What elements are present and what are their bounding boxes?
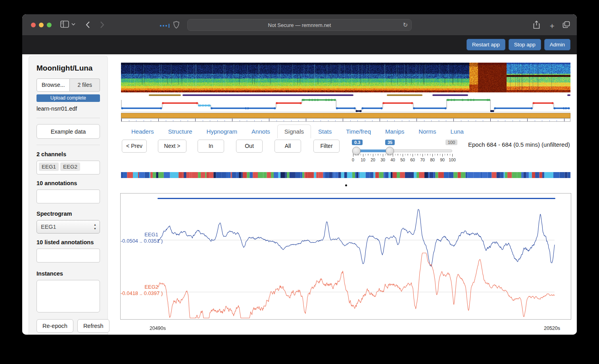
file-upload-control: Browse... 2 files — [36, 79, 100, 92]
tab-bar: Headers Structure Hypnogram Annots Signa… — [124, 125, 471, 138]
slider-high-value: 35 — [385, 140, 395, 145]
hypnogram-track-canvas[interactable] — [121, 98, 570, 113]
example-data-button[interactable]: Example data — [36, 124, 100, 139]
tab-hypnogram[interactable]: Hypnogram — [200, 125, 245, 138]
tab-structure[interactable]: Structure — [161, 125, 200, 138]
channels-select[interactable]: EEG1EEG2 — [36, 161, 100, 174]
tab-manips[interactable]: Manips — [378, 125, 411, 138]
eeg1-trace-label: EEG1 -0.0504 .. 0.0351 ) — [121, 232, 158, 244]
slider-tick-label: 50 — [400, 157, 405, 162]
sidebar-toggle-icon[interactable] — [60, 21, 69, 28]
show-all-button[interactable]: All — [275, 140, 301, 153]
slider-fill — [356, 149, 390, 152]
time-end-label: 20520s — [544, 326, 560, 331]
slider-max-value: 100 — [445, 140, 457, 145]
channels-label: 2 channels — [36, 151, 100, 157]
divider — [36, 118, 100, 118]
mask-band[interactable] — [121, 113, 570, 118]
forward-button[interactable] — [100, 21, 104, 29]
listed-annotations-select[interactable] — [36, 249, 100, 262]
stop-app-button[interactable]: Stop app — [509, 39, 541, 50]
channel-pill-eeg2[interactable]: EEG2 — [60, 163, 80, 171]
slider-tick-label: 70 — [420, 157, 425, 162]
tab-headers[interactable]: Headers — [124, 125, 161, 138]
restart-app-button[interactable]: Restart app — [467, 39, 505, 50]
eeg1-name: EEG1 — [121, 232, 158, 238]
zoom-in-button[interactable]: In — [198, 140, 224, 153]
slider-tick-label: 20 — [371, 157, 375, 162]
annotation-bar — [182, 94, 353, 96]
browser-window: Not Secure — remnrem.net ↻ ＋ Restart app… — [22, 14, 577, 335]
page-content: Moonlight/Luna Browse... 2 files Upload … — [22, 54, 577, 335]
browser-toolbar: Not Secure — remnrem.net ↻ ＋ — [22, 14, 577, 36]
slider-tick-label: 100 — [449, 157, 456, 162]
eeg2-range: -0.0418 .. 0.0397 ) — [121, 290, 158, 297]
zoom-out-button[interactable]: Out — [236, 140, 263, 153]
uploaded-filename: learn-nsrr01.edf — [36, 105, 100, 112]
tab-norms[interactable]: Norms — [411, 125, 443, 138]
eeg2-name: EEG2 — [121, 284, 158, 290]
slider-tick-label: 90 — [440, 157, 445, 162]
channel-pill-eeg1[interactable]: EEG1 — [39, 163, 59, 171]
chevron-down-icon[interactable] — [71, 23, 75, 26]
back-button[interactable] — [86, 21, 90, 29]
stage-color-strip[interactable] — [121, 172, 570, 178]
slider-tick-marks — [353, 154, 453, 157]
instances-list[interactable] — [36, 280, 100, 312]
annotation-bar — [149, 94, 180, 96]
spectrogram-channel-select[interactable]: EEG1 ▲▼ — [36, 220, 100, 234]
annotation-span-bars — [121, 94, 570, 96]
epoch-info-text: Epoch 684 - 684 (0.5 mins) (unfiltered) — [468, 141, 570, 148]
admin-button[interactable]: Admin — [544, 39, 570, 50]
tab-overview-icon[interactable] — [563, 21, 570, 28]
next-epoch-button[interactable]: Next > — [158, 140, 186, 153]
time-ruler[interactable] — [121, 118, 570, 122]
new-tab-icon[interactable]: ＋ — [548, 21, 556, 31]
annotation-bar — [432, 94, 468, 96]
re-epoch-button[interactable]: Re-epoch — [36, 319, 73, 333]
annotations-select[interactable] — [36, 190, 100, 203]
privacy-shield-icon[interactable] — [173, 21, 179, 29]
slider-tick-label: 10 — [361, 157, 365, 162]
close-window-button[interactable] — [31, 23, 36, 27]
listed-annotations-label: 10 listed annotations — [36, 239, 100, 245]
slider-tick-label: 0 — [352, 157, 354, 162]
tab-luna[interactable]: Luna — [443, 125, 471, 138]
address-bar[interactable]: Not Secure — remnrem.net ↻ — [187, 19, 412, 31]
browse-button[interactable]: Browse... — [36, 79, 70, 92]
slider-low-value: 0.3 — [352, 140, 363, 145]
prev-epoch-button[interactable]: < Prev — [122, 140, 147, 153]
select-arrows-icon: ▲▼ — [94, 223, 96, 231]
tab-annots[interactable]: Annots — [244, 125, 277, 138]
spectrogram-canvas[interactable] — [121, 63, 570, 92]
slider-tick-label: 40 — [390, 157, 395, 162]
main-panel: Headers Structure Hypnogram Annots Signa… — [121, 54, 570, 335]
minimize-window-button[interactable] — [39, 23, 44, 27]
instances-label: Instances — [36, 270, 100, 277]
filter-button[interactable]: Filter — [313, 140, 340, 153]
annotation-bar — [387, 94, 423, 96]
url-text: Not Secure — remnrem.net — [268, 22, 331, 28]
slider-tick-label: 60 — [410, 157, 415, 162]
upload-progress-bar: Upload complete — [36, 94, 100, 102]
divider — [36, 145, 100, 145]
spectrogram-selected-value: EEG1 — [41, 224, 56, 230]
tab-stats[interactable]: Stats — [311, 125, 339, 138]
frequency-range-slider: 0.3 35 100 0 10 20 30 40 50 60 70 80 90 … — [351, 140, 457, 163]
files-count-badge: 2 files — [70, 79, 100, 92]
epoch-extent-line — [157, 198, 555, 199]
epoch-position-marker — [345, 184, 347, 186]
eeg2-trace-label: EEG2 -0.0418 .. 0.0397 ) — [121, 284, 158, 297]
sidebar: Moonlight/Luna Browse... 2 files Upload … — [29, 56, 108, 335]
slider-tick-label: 80 — [430, 157, 435, 162]
refresh-button[interactable]: Refresh — [77, 319, 109, 333]
zoom-window-button[interactable] — [47, 23, 52, 27]
tab-signals[interactable]: Signals — [277, 125, 311, 138]
reload-icon[interactable]: ↻ — [403, 21, 408, 29]
annotations-label: 10 annotations — [36, 180, 100, 186]
tab-timefreq[interactable]: Time/freq — [339, 125, 378, 138]
extension-icon[interactable] — [160, 24, 169, 28]
time-start-label: 20490s — [150, 326, 166, 331]
share-icon[interactable] — [533, 21, 540, 29]
signal-traces-canvas[interactable] — [121, 193, 571, 319]
